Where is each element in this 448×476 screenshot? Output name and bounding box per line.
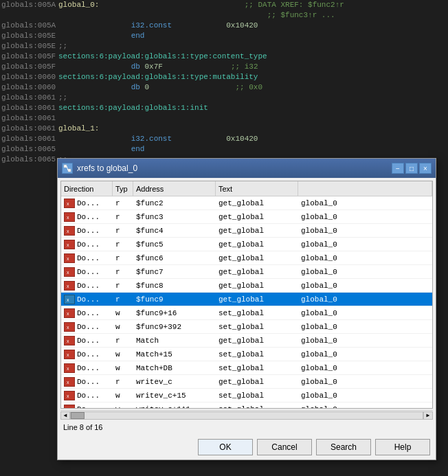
row-icon: x — [64, 350, 75, 359]
table-row[interactable]: x Do... w Match+15 set_global global_0 — [61, 348, 432, 361]
svg-text:x: x — [67, 229, 69, 234]
cell-type: w — [113, 320, 133, 333]
ok-button[interactable]: OK — [198, 439, 253, 455]
cell-type: w — [113, 306, 133, 319]
table-row[interactable]: x Do... r $func2 get_global global_0 — [61, 196, 432, 210]
table-row[interactable]: x Do... r $func4 get_global global_0 — [61, 224, 432, 238]
dialog-titlebar[interactable]: xrefs to global_0 − □ × — [58, 159, 436, 178]
cell-type: r — [113, 251, 133, 264]
cell-label: global_0 — [298, 361, 432, 374]
row-icon: x — [64, 391, 75, 400]
dialog-controls[interactable]: − □ × — [392, 163, 432, 174]
table-row[interactable]: x Do... r writev_c get_global global_0 — [61, 375, 432, 389]
cell-address: writev_c+15 — [133, 389, 216, 402]
cell-text: set_global — [216, 403, 298, 408]
row-icon: x — [64, 405, 75, 409]
cell-direction: x Do... — [61, 279, 113, 292]
table-row[interactable]: x Do... w $func9+16 set_global global_0 — [61, 306, 432, 320]
table-row[interactable]: x Do... w $func9+392 set_global global_0 — [61, 320, 432, 334]
cell-text: set_global — [216, 361, 298, 374]
code-line: globals:0061 ;; — [0, 93, 448, 103]
svg-line-2 — [67, 166, 68, 170]
svg-text:x: x — [67, 407, 69, 409]
table-row[interactable]: x Do... r $func6 get_global global_0 — [61, 251, 432, 265]
table-row[interactable]: x Do... w writev_c+1A1 set_global global… — [61, 403, 432, 408]
help-button[interactable]: Help — [375, 439, 430, 455]
cell-address: $func3 — [133, 210, 216, 223]
cell-address: Match+15 — [133, 348, 216, 361]
xrefs-dialog: xrefs to global_0 − □ × Direction Typ Ad… — [57, 158, 436, 460]
cell-direction: x Do... — [61, 348, 113, 361]
row-icon: x — [64, 322, 75, 332]
table-row[interactable]: x Do... r $func8 get_global global_0 — [61, 279, 432, 293]
scroll-left-arrow[interactable]: ◀ — [60, 411, 70, 420]
cell-direction: x Do... — [61, 196, 113, 209]
row-icon: x — [64, 212, 75, 222]
col-address-header: Address — [133, 181, 216, 196]
svg-text:x: x — [67, 270, 69, 275]
cell-direction: x Do... — [61, 210, 113, 223]
code-line: globals:0065 end — [0, 144, 448, 155]
scroll-thumb[interactable] — [71, 412, 85, 419]
col-label-header — [298, 181, 432, 196]
cell-direction: x Do... — [61, 389, 113, 402]
svg-text:x: x — [67, 284, 69, 288]
cell-text: get_global — [216, 238, 298, 251]
svg-text:x: x — [67, 215, 69, 220]
cell-address: $func2 — [133, 196, 216, 209]
cell-label: global_0 — [298, 293, 432, 306]
search-button[interactable]: Search — [316, 439, 371, 455]
table-row[interactable]: x Do... r $func7 get_global global_0 — [61, 265, 432, 279]
code-line: globals:005A i32.const 0x10420 — [0, 21, 448, 31]
cell-address: writev_c — [133, 375, 216, 388]
table-row[interactable]: x Do... r $func9 get_global global_0 — [61, 293, 432, 306]
cell-text: get_global — [216, 293, 298, 306]
cell-type: r — [113, 238, 133, 251]
cancel-button[interactable]: Cancel — [257, 439, 312, 455]
code-line: globals:005E ;; — [0, 41, 448, 52]
cell-text: get_global — [216, 251, 298, 264]
cell-address: $func4 — [133, 224, 216, 237]
minimize-button[interactable]: − — [392, 163, 404, 174]
svg-text:x: x — [67, 325, 69, 330]
cell-label: global_0 — [298, 389, 432, 402]
svg-rect-0 — [64, 165, 67, 168]
row-icon: x — [64, 295, 75, 304]
cell-direction: x Do... — [61, 251, 113, 264]
col-type-header: Typ — [113, 181, 133, 196]
code-line: globals:0061 global_1: — [0, 124, 448, 134]
row-icon: x — [64, 253, 75, 263]
maximize-button[interactable]: □ — [405, 163, 418, 174]
code-line: globals:0061 — [0, 113, 448, 124]
cell-text: set_global — [216, 306, 298, 319]
row-icon: x — [64, 240, 75, 249]
table-row[interactable]: x Do... r Match get_global global_0 — [61, 334, 432, 348]
table-row[interactable]: x Do... w writev_c+15 set_global global_… — [61, 389, 432, 403]
table-row[interactable]: x Do... r $func3 get_global global_0 — [61, 210, 432, 224]
cell-text: set_global — [216, 320, 298, 333]
status-bar: Line 8 of 16 — [58, 420, 436, 435]
cell-label: global_0 — [298, 196, 432, 209]
cell-address: Match+DB — [133, 361, 216, 374]
svg-text:x: x — [67, 311, 69, 316]
xref-icon — [62, 163, 73, 174]
scroll-right-arrow[interactable]: ▶ — [423, 411, 433, 420]
cell-address: $func7 — [133, 265, 216, 278]
cell-type: r — [113, 210, 133, 223]
cell-address: $func8 — [133, 279, 216, 292]
xrefs-table-body[interactable]: x Do... r $func2 get_global global_0 x D… — [61, 196, 432, 408]
code-line: globals:005F sections:6:payload:globals:… — [0, 52, 448, 62]
cell-direction: x Do... — [61, 320, 113, 333]
cell-address: $func9+392 — [133, 320, 216, 333]
cell-label: global_0 — [298, 375, 432, 388]
scroll-track[interactable] — [70, 411, 423, 420]
row-icon: x — [64, 199, 75, 208]
table-row[interactable]: x Do... r $func5 get_global global_0 — [61, 238, 432, 251]
table-row[interactable]: x Do... w Match+DB set_global global_0 — [61, 361, 432, 375]
cell-text: get_global — [216, 334, 298, 347]
horizontal-scrollbar[interactable]: ◀ ▶ — [60, 410, 433, 420]
close-button[interactable]: × — [419, 163, 432, 174]
status-text: Line 8 of 16 — [63, 423, 103, 431]
row-icon: x — [64, 281, 75, 291]
cell-type: w — [113, 403, 133, 408]
